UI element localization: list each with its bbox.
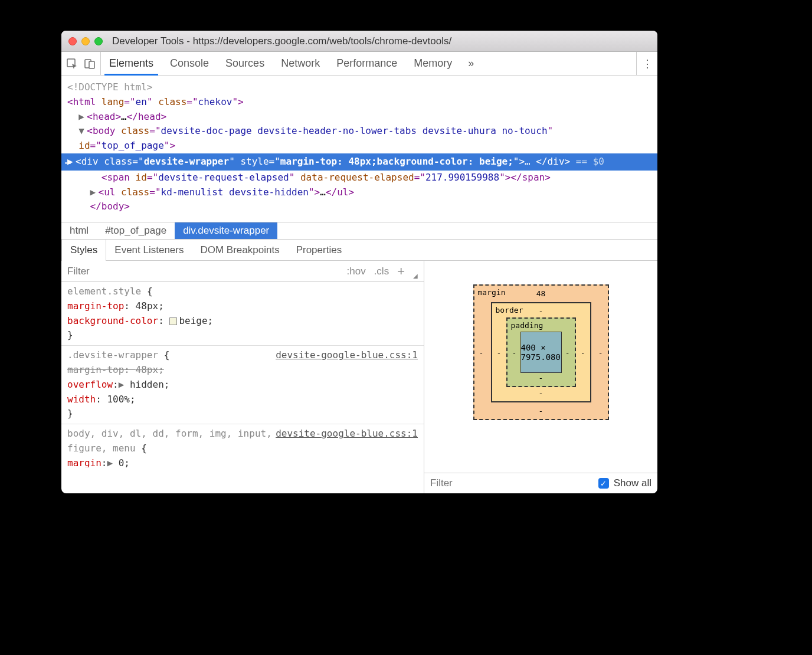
subtab-dom-breakpoints[interactable]: DOM Breakpoints [192,240,287,260]
styles-filter-input[interactable] [67,266,192,277]
box-model[interactable]: margin 48 - - - border - - - - padding [424,261,657,473]
ul-node[interactable]: ▶<ul class="kd-menulist devsite-hidden">… [67,185,651,200]
margin-label: margin [478,288,506,297]
selected-div-node[interactable]: ⋯ ▶<div class="devsite-wrapper" style="m… [61,153,657,171]
new-rule-button[interactable]: + [397,265,405,278]
hov-toggle[interactable]: :hov [347,266,366,277]
rule-devsite-wrapper[interactable]: devsite-google-blue.css:1 .devsite-wrapp… [61,346,424,424]
main-toolbar: Elements Console Sources Network Perform… [61,52,657,76]
rule-global[interactable]: devsite-google-blue.css:1 body, div, dl,… [61,424,424,467]
ellipsis-icon[interactable]: ⋯ [65,155,72,171]
tab-network[interactable]: Network [273,52,328,75]
body-close-node[interactable]: </body> [67,199,651,214]
inspect-element-icon[interactable] [66,58,78,70]
show-all-checkbox[interactable]: ✓ [598,478,609,489]
html-node[interactable]: <html lang="en" class="chekov"> [67,95,651,110]
svg-rect-2 [89,61,94,68]
minimize-icon[interactable] [81,37,90,45]
computed-filter-input[interactable] [430,477,594,489]
subtab-properties[interactable]: Properties [288,240,350,260]
color-swatch-icon[interactable] [169,317,177,325]
doctype-node: <!DOCTYPE html> [67,81,153,93]
styles-column: :hov .cls +◢ element.style { margin-top:… [61,261,424,493]
content-size: 400 × 7975.080 [520,332,562,373]
head-node[interactable]: ▶<head>…</head> [67,110,651,125]
breadcrumb: html #top_of_page div.devsite-wrapper [61,222,657,240]
computed-filter-row: ✓ Show all [424,473,657,493]
settings-menu-icon[interactable]: ⋮ [636,52,657,75]
style-rules: element.style { margin-top: 48px; backgr… [61,282,424,467]
window-title: Developer Tools - https://developers.goo… [112,35,451,47]
panel-tabs: Elements Console Sources Network Perform… [101,52,636,75]
source-link[interactable]: devsite-google-blue.css:1 [276,348,418,363]
devtools-window: Developer Tools - https://developers.goo… [61,31,657,493]
window-controls [68,37,103,45]
device-toggle-icon[interactable] [84,58,96,70]
lower-pane: :hov .cls +◢ element.style { margin-top:… [61,261,657,493]
tab-performance[interactable]: Performance [328,52,405,75]
source-link[interactable]: devsite-google-blue.css:1 [276,427,418,441]
border-label: border [496,306,523,315]
tab-elements[interactable]: Elements [101,52,162,75]
zoom-icon[interactable] [94,37,103,45]
toolbar-left [61,52,101,75]
close-icon[interactable] [68,37,77,45]
titlebar: Developer Tools - https://developers.goo… [61,31,657,52]
cls-toggle[interactable]: .cls [374,266,389,277]
span-node[interactable]: <span id="devsite-request-elapsed" data-… [67,171,651,185]
styles-filter-row: :hov .cls +◢ [61,261,424,282]
body-node[interactable]: ▼<body class="devsite-doc-page devsite-h… [67,124,651,153]
tab-console[interactable]: Console [162,52,217,75]
computed-column: margin 48 - - - border - - - - padding [424,261,657,493]
subtab-event-listeners[interactable]: Event Listeners [106,240,192,260]
crumb-selected[interactable]: div.devsite-wrapper [175,222,277,239]
tab-sources[interactable]: Sources [217,52,273,75]
dom-tree[interactable]: <!DOCTYPE html> <html lang="en" class="c… [61,76,657,222]
crumb-html[interactable]: html [61,222,97,239]
tab-memory[interactable]: Memory [405,52,460,75]
sidebar-tabs: Styles Event Listeners DOM Breakpoints P… [61,240,657,261]
more-tabs-button[interactable]: » [460,52,482,75]
rule-element-style[interactable]: element.style { margin-top: 48px; backgr… [61,282,424,346]
crumb-body[interactable]: #top_of_page [97,222,175,239]
subtab-styles[interactable]: Styles [61,240,106,261]
show-all-label: Show all [614,477,651,489]
